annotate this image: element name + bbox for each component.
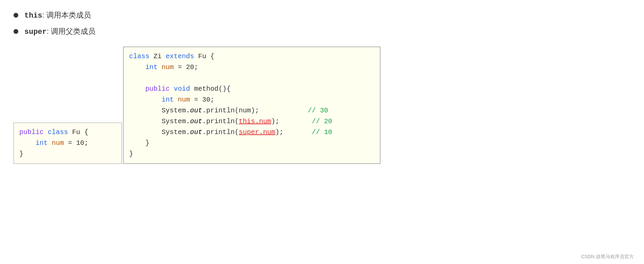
zi-line-7: System.out.println(this.num); // 20 (129, 116, 375, 127)
zi-line-8: System.out.println(super.num); // 10 (129, 127, 375, 138)
bullet-dot-super (14, 29, 18, 34)
code-block-zi: class Zi extends Fu { int num = 20; publ… (123, 47, 380, 164)
zi-line-4: public void method(){ (129, 84, 375, 94)
fu-line-1: public class Fu { (19, 127, 116, 138)
zi-line-6: System.out.println(num); // 30 (129, 105, 375, 116)
zi-line-2: int num = 20; (129, 62, 375, 73)
bullet-list: this: 调用本类成员 super: 调用父类成员 (14, 10, 630, 37)
bullet-separator-super: : (47, 27, 51, 36)
bullet-separator-this: : (42, 11, 46, 19)
bullet-desc-super: 调用父类成员 (51, 27, 95, 36)
zi-line-1: class Zi extends Fu { (129, 51, 375, 62)
keyword-this: this (24, 12, 42, 20)
bullet-item-this: this: 调用本类成员 (14, 10, 630, 20)
bullet-desc-this: 调用本类成员 (46, 11, 91, 19)
bullet-dot-this (14, 13, 18, 18)
zi-line-10: } (129, 149, 375, 159)
fu-line-3: } (19, 149, 116, 159)
fu-line-2: int num = 10; (19, 138, 116, 149)
keyword-super: super (24, 28, 47, 36)
footer: CSDN @黑马程序员官方 (581, 254, 634, 260)
footer-text: CSDN @黑马程序员官方 (581, 254, 634, 259)
zi-line-3 (129, 73, 375, 84)
code-section: public class Fu { int num = 10; } class … (14, 47, 630, 164)
bullet-item-super: super: 调用父类成员 (14, 26, 630, 37)
zi-line-9: } (129, 138, 375, 149)
zi-line-5: int num = 30; (129, 94, 375, 105)
code-block-fu: public class Fu { int num = 10; } (14, 123, 122, 164)
